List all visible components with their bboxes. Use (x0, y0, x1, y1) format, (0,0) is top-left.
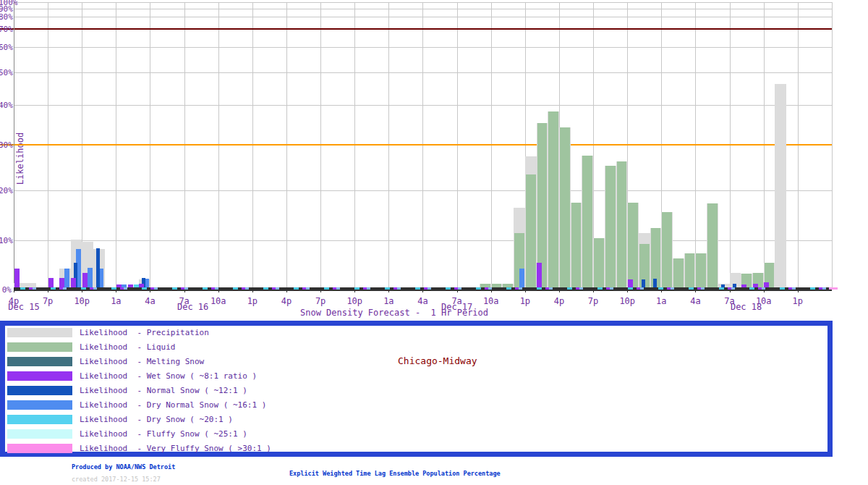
legend-swatch-wet (7, 371, 72, 381)
x-tick-mark (82, 290, 82, 292)
gridline-vertical (116, 2, 116, 290)
gridline-vertical (320, 2, 321, 290)
x-tick-mark (422, 290, 423, 292)
station-title: Chicago-Midway (398, 355, 477, 366)
x-tick-mark (252, 290, 253, 292)
x-tick-label: 10p (346, 296, 362, 306)
bar-dry-normal-h6 (88, 268, 93, 290)
bar-liquid-h45 (526, 174, 536, 290)
y-tick-label: 60% (0, 43, 12, 52)
x-tick-label: 4a (145, 296, 155, 306)
legend-label-dry_normal: Likelihood - Dry Normal Snow ( ~16:1 ) (80, 400, 266, 410)
x-tick-mark (14, 290, 14, 292)
y-tick-label: 10% (0, 236, 12, 245)
x-tick-mark (184, 290, 185, 292)
gridline-vertical (354, 2, 355, 290)
legend-label-wet: Likelihood - Wet Snow ( ~8:1 ratio ) (80, 371, 257, 381)
x-tick-mark (354, 290, 355, 292)
x-tick-label: 4a (690, 296, 700, 306)
y-axis-line (14, 2, 14, 290)
bar-liquid-h51 (594, 238, 604, 290)
x-tick-mark (388, 290, 389, 292)
chart-plot-area: Likelihood 4p7p10p1a4a7a10a1p4p7p10p1a4a… (0, 0, 868, 321)
gridline-vertical (286, 2, 287, 290)
x-tick-label: 10a (483, 296, 499, 306)
y-tick-label: 20% (0, 186, 12, 195)
bar-liquid-h50 (582, 156, 592, 290)
x-tick-mark (798, 290, 799, 292)
x-tick-label: 1p (793, 296, 803, 306)
x-tick-mark (150, 290, 150, 292)
x-tick-mark (491, 290, 492, 292)
x-tick-label: 10a (210, 296, 226, 306)
gridline-vertical (150, 2, 150, 290)
x-tick-mark (661, 290, 662, 292)
x-tick-mark (116, 290, 116, 292)
legend-box: Likelihood - PrecipitationLikelihood - L… (0, 321, 833, 457)
bar-wet-h46 (537, 263, 542, 290)
y-tick-label: 100% (0, 0, 12, 7)
bar-liquid-h53 (617, 161, 627, 290)
x-tick-mark (218, 290, 219, 292)
gridline-vertical (48, 2, 48, 290)
gridline-vertical (422, 2, 423, 290)
x-tick-label: 4p (554, 296, 564, 306)
x-tick-mark (525, 290, 526, 292)
legend-label-very_fluffy: Likelihood - Very Fluffy Snow ( >30:1 ) (80, 444, 271, 453)
x-tick-label: 7p (588, 296, 598, 306)
legend-swatch-very_fluffy (7, 444, 72, 453)
reference-line-70pct (0, 28, 832, 30)
bar-liquid-h59 (685, 253, 695, 290)
y-tick-label: 50% (0, 68, 12, 77)
x-tick-mark (695, 290, 696, 292)
x-date-label: Dec 16 (177, 302, 208, 312)
x-tick-mark (593, 290, 594, 292)
bar-precip-h67 (775, 84, 786, 290)
snow-density-forecast-page: Likelihood 4p7p10p1a4a7a10a1p4p7p10p1a4a… (0, 0, 868, 485)
legend-label-fluffy: Likelihood - Fluffy Snow ( ~25:1 ) (80, 429, 247, 439)
x-tick-mark (320, 290, 321, 292)
gridline-vertical (388, 2, 389, 290)
bar-liquid-h52 (605, 166, 616, 290)
x-tick-mark (286, 290, 287, 292)
x-tick-mark (764, 290, 765, 292)
bar-wet-h0 (14, 269, 20, 290)
x-tick-mark (627, 290, 628, 292)
reference-line-30pct (0, 144, 832, 146)
bar-liquid-h57 (662, 212, 672, 290)
x-tick-label: 1a (383, 296, 393, 306)
x-tick-label: 1p (520, 296, 530, 306)
bar-liquid-h54 (628, 203, 638, 290)
legend-swatch-normal (7, 386, 72, 395)
x-tick-label: 10p (74, 296, 90, 306)
bar-liquid-h49 (571, 203, 582, 290)
x-date-label: Dec 18 (731, 302, 762, 312)
bar-liquid-h60 (696, 253, 706, 290)
x-tick-label: 10p (619, 296, 635, 306)
y-axis-title: Likelihood (15, 132, 25, 185)
x-tick-label: 1a (656, 296, 666, 306)
gridline-vertical (832, 2, 833, 290)
gridline-vertical (184, 2, 185, 290)
x-tick-mark (48, 290, 48, 292)
x-tick-label: 1a (111, 296, 121, 306)
x-tick-mark (457, 290, 458, 292)
gridline-vertical (252, 2, 253, 290)
bar-normal-h7 (96, 248, 100, 290)
x-tick-label: 4p (281, 296, 292, 306)
legend-swatch-fluffy (7, 429, 72, 439)
bar-liquid-h58 (673, 258, 684, 290)
legend-label-precip: Likelihood - Precipitation (80, 328, 209, 337)
x-tick-label: 4a (417, 296, 427, 306)
gridline-vertical (730, 2, 731, 290)
y-tick-label: 70% (0, 25, 12, 34)
legend-label-melting: Likelihood - Melting Snow (80, 357, 204, 366)
x-tick-mark (559, 290, 560, 292)
x-axis-title: Snow Density Forecast - 1 Hr Period (300, 308, 488, 318)
x-tick-label: 7p (43, 296, 53, 306)
gridline-vertical (457, 2, 458, 290)
legend-label-liquid: Likelihood - Liquid (80, 342, 175, 352)
legend-label-normal: Likelihood - Normal Snow ( ~12:1 ) (80, 386, 247, 395)
footer-created-timestamp: created 2017-12-15 15:27 (72, 476, 161, 483)
bar-liquid-h61 (707, 203, 718, 290)
